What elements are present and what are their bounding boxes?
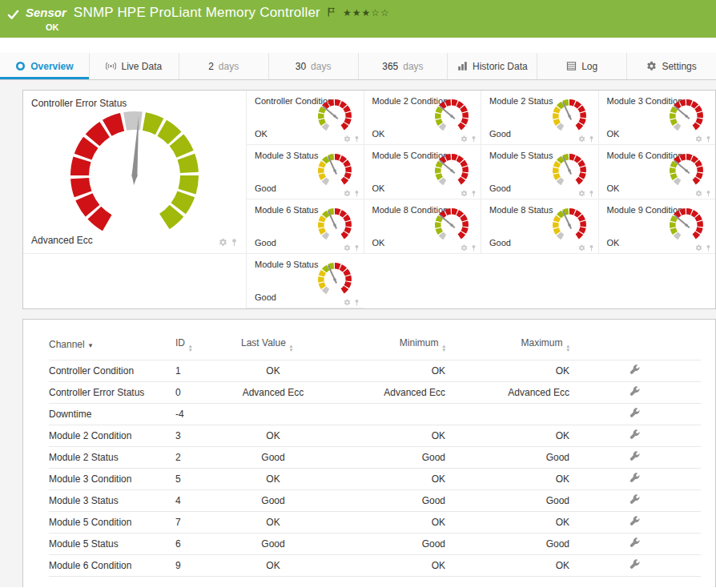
channel-settings-icon[interactable] (630, 494, 641, 505)
pin-icon[interactable] (705, 244, 712, 252)
tab-2-days[interactable]: 2 days (179, 53, 268, 79)
pin-icon[interactable] (230, 238, 239, 247)
pin-icon[interactable] (353, 244, 360, 252)
channel-gauge[interactable] (433, 98, 470, 135)
gauge-cell: Module 3 Condition OK (598, 91, 716, 145)
channel-name-link[interactable]: Controller Condition (49, 365, 134, 377)
channel-settings-icon[interactable] (630, 429, 641, 441)
pin-icon[interactable] (470, 190, 477, 197)
pin-icon[interactable] (353, 190, 360, 197)
pin-icon[interactable] (705, 135, 712, 143)
channel-name-link[interactable]: Module 5 Condition (49, 517, 131, 528)
channel-settings-icon[interactable] (630, 559, 641, 570)
tab-historic-data[interactable]: Historic Data (447, 53, 537, 79)
channel-gauge[interactable] (551, 207, 588, 244)
gear-icon[interactable] (578, 244, 585, 252)
channel-gauge[interactable] (316, 261, 353, 298)
gear-icon[interactable] (695, 135, 702, 143)
gauge-tools (461, 135, 477, 143)
gear-icon[interactable] (578, 135, 585, 143)
channel-name-link[interactable]: Downtime (49, 409, 91, 420)
pin-icon[interactable] (705, 190, 712, 197)
pin-icon[interactable] (353, 299, 360, 306)
channel-name-link[interactable]: Module 6 Condition (49, 560, 131, 571)
gear-icon[interactable] (461, 135, 468, 143)
overview-gauge-icon (15, 61, 26, 71)
pin-icon[interactable] (470, 135, 477, 143)
gear-icon[interactable] (344, 190, 351, 197)
channel-gauge[interactable] (668, 98, 705, 135)
column-header-minimum[interactable]: Minimum▴▾ (305, 337, 445, 360)
gear-icon[interactable] (219, 238, 227, 247)
channel-id: 6 (175, 534, 241, 555)
gear-icon[interactable] (344, 244, 351, 252)
channel-settings-icon[interactable] (630, 364, 641, 376)
channel-settings-icon[interactable] (630, 516, 641, 527)
gauge-cell: Module 3 Status Good (246, 145, 364, 199)
channel-gauge[interactable] (433, 152, 470, 189)
gauge-value: OK (372, 129, 385, 139)
object-type-label: Sensor (26, 6, 66, 19)
channel-gauge[interactable] (316, 207, 353, 244)
pin-icon[interactable] (588, 190, 595, 197)
pin-icon[interactable] (588, 135, 595, 143)
pin-icon[interactable] (470, 244, 477, 252)
gauge-cell: Module 9 Status Good (246, 254, 364, 308)
tab-live-data[interactable]: Live Data (89, 53, 179, 79)
gauge-tools (461, 190, 477, 197)
table-row: Module 2 Condition 3 OK OK OK (49, 425, 701, 447)
column-header-last-value[interactable]: Last Value▴▾ (241, 337, 305, 360)
gear-icon[interactable] (695, 244, 702, 252)
tab-overview[interactable]: Overview (0, 53, 89, 79)
channel-settings-icon[interactable] (630, 451, 641, 462)
gauge-value: OK (607, 238, 620, 248)
channel-minimum: OK (305, 469, 445, 490)
tab-settings[interactable]: Settings (626, 53, 716, 79)
tab-365-days[interactable]: 365 days (358, 53, 448, 79)
gauge-value: OK (372, 238, 385, 248)
channel-minimum: Good (305, 490, 445, 512)
channel-name-link[interactable]: Module 3 Status (49, 495, 119, 506)
gear-icon[interactable] (578, 190, 585, 197)
gauge-value: OK (372, 183, 385, 193)
column-header-id[interactable]: ID▴▾ (175, 337, 241, 360)
channel-gauge[interactable] (551, 98, 588, 135)
pin-icon[interactable] (588, 244, 595, 252)
channel-settings-icon[interactable] (630, 386, 641, 397)
channel-gauge[interactable] (668, 207, 705, 244)
gear-icon[interactable] (695, 190, 702, 197)
star-rating[interactable]: ★★★☆☆ (343, 7, 390, 18)
channel-name-link[interactable]: Module 2 Condition (49, 430, 131, 441)
channels-panel: Channel▾ ID▴▾ Last Value▴▾ Minimum▴▾ Max… (22, 319, 716, 587)
pin-icon[interactable] (353, 135, 360, 143)
tab-log[interactable]: Log (537, 53, 626, 79)
gauge-tools (219, 238, 239, 247)
gauge-value: Good (255, 183, 276, 193)
flag-icon[interactable] (328, 6, 336, 15)
channel-gauge[interactable] (316, 98, 353, 135)
tab-30-days[interactable]: 30 days (268, 53, 358, 79)
column-header-maximum[interactable]: Maximum▴▾ (445, 337, 569, 360)
channel-gauge[interactable] (551, 152, 588, 189)
gear-icon[interactable] (461, 244, 468, 252)
main-gauge-cell: Controller Error Status Advanced Ecc (23, 91, 246, 254)
controller-error-status-gauge[interactable] (67, 108, 202, 243)
gear-icon[interactable] (344, 135, 351, 143)
channel-name-link[interactable]: Module 5 Status (49, 538, 119, 550)
channel-settings-icon[interactable] (630, 538, 641, 549)
channel-gauge[interactable] (316, 152, 353, 189)
channel-settings-icon[interactable] (630, 473, 641, 484)
sensor-title-line: Sensor SNMP HPE ProLiant Memory Controll… (26, 5, 716, 21)
channel-name-link[interactable]: Controller Error Status (49, 387, 144, 398)
channel-gauge[interactable] (668, 152, 705, 189)
sort-both-icon: ▴▾ (566, 344, 569, 352)
gear-icon[interactable] (461, 190, 468, 197)
column-header-channel[interactable]: Channel▾ (49, 337, 175, 360)
gear-icon[interactable] (344, 299, 351, 306)
channel-settings-icon[interactable] (630, 408, 641, 419)
channel-gauge[interactable] (433, 207, 470, 244)
channel-name-link[interactable]: Module 3 Condition (49, 473, 131, 485)
channel-name-link[interactable]: Module 2 Status (49, 452, 119, 463)
gauge-title: Module 2 Status (489, 96, 553, 106)
channel-last-value: Good (241, 447, 305, 469)
